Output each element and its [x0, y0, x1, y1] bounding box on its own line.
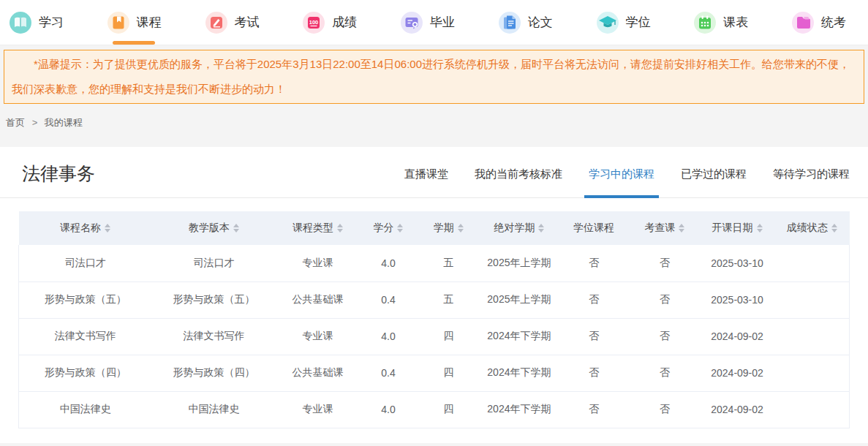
table-cell: 2024-09-02 — [700, 391, 774, 428]
nav-label-exams: 考试 — [235, 14, 260, 31]
column-header[interactable]: 成绩状态 — [774, 211, 849, 245]
column-header[interactable]: 教学版本 — [151, 211, 276, 245]
timetable-calendar-icon — [693, 11, 717, 34]
course-tabs: 直播课堂 我的当前考核标准 学习中的课程 已学过的课程 等待学习的课程 — [404, 167, 850, 197]
table-row: 形势与政策（四）形势与政策（四）公共基础课0.4四2024年下学期否否2024-… — [19, 355, 850, 391]
score-100-icon: 100 — [302, 11, 325, 34]
table-cell: 4.0 — [359, 245, 418, 281]
top-navigation: 学习 课程 考试 100 成绩 — [0, 0, 868, 45]
table-cell: 专业课 — [276, 391, 360, 428]
breadcrumb: 首页 > 我的课程 — [0, 104, 868, 147]
table-cell: 2025年上学期 — [480, 245, 559, 281]
column-header-label: 教学版本 — [189, 222, 230, 235]
degree-cap-icon — [596, 11, 619, 34]
page-title: 法律事务 — [22, 162, 95, 186]
table-cell: 专业课 — [276, 245, 360, 281]
nav-item-exams[interactable]: 考试 — [205, 0, 260, 45]
column-header[interactable]: 学分 — [359, 211, 418, 245]
table-cell — [774, 245, 849, 281]
exam-pencil-icon — [205, 11, 228, 34]
nav-item-unified-exam[interactable]: 统考 — [791, 0, 846, 45]
table-cell: 2025-03-10 — [700, 245, 774, 281]
table-cell: 法律文书写作 — [19, 318, 152, 355]
nav-item-graduation[interactable]: 毕业 — [400, 0, 455, 45]
sort-caret-icon[interactable] — [397, 224, 403, 233]
svg-text:100: 100 — [309, 18, 319, 25]
column-header[interactable]: 学期 — [418, 211, 480, 245]
sort-caret-icon[interactable] — [679, 224, 684, 233]
table-cell — [774, 318, 849, 355]
table-cell: 中国法律史 — [19, 391, 152, 428]
table-cell: 4.0 — [359, 391, 418, 428]
table-cell: 否 — [559, 318, 630, 355]
nav-item-grades[interactable]: 100 成绩 — [302, 0, 357, 45]
table-cell: 否 — [559, 245, 630, 281]
table-cell: 2024年下学期 — [480, 391, 559, 428]
nav-item-courses[interactable]: 课程 — [107, 0, 162, 45]
column-header-label: 学期 — [434, 222, 454, 235]
tab-live-classroom[interactable]: 直播课堂 — [404, 167, 448, 197]
nav-label-graduation: 毕业 — [430, 14, 455, 31]
sort-caret-icon[interactable] — [831, 224, 837, 233]
sort-caret-icon[interactable] — [105, 224, 110, 233]
column-header-label: 学分 — [373, 222, 393, 235]
sort-caret-icon[interactable] — [233, 224, 239, 233]
table-cell: 司法口才 — [151, 245, 276, 281]
nav-item-study[interactable]: 学习 — [9, 0, 64, 45]
thesis-document-icon — [498, 11, 521, 34]
maintenance-notice-banner: *温馨提示：为了提供更优质的服务，平台将于2025年3月13日22:00至14日… — [4, 50, 864, 104]
column-header[interactable]: 绝对学期 — [480, 211, 559, 245]
graduation-badge-icon — [400, 11, 423, 34]
column-header[interactable]: 考查课 — [629, 211, 700, 245]
tab-assessment-standard[interactable]: 我的当前考核标准 — [475, 167, 562, 197]
nav-label-timetable: 课表 — [723, 14, 748, 31]
nav-item-thesis[interactable]: 论文 — [498, 0, 553, 45]
table-cell: 公共基础课 — [276, 355, 360, 391]
column-header-label: 考查课 — [644, 222, 675, 235]
nav-item-timetable[interactable]: 课表 — [693, 0, 748, 45]
column-header-label: 学位课程 — [573, 222, 614, 235]
table-cell: 2024-09-02 — [700, 318, 774, 355]
tab-completed-courses[interactable]: 已学过的课程 — [681, 167, 747, 197]
column-header[interactable]: 开课日期 — [700, 211, 774, 245]
table-cell: 五 — [418, 281, 480, 318]
sort-caret-icon[interactable] — [538, 224, 544, 233]
nav-label-courses: 课程 — [137, 14, 162, 31]
table-cell: 2024-09-02 — [700, 355, 774, 391]
column-header[interactable]: 课程名称 — [19, 211, 152, 245]
table-cell: 形势与政策（五） — [19, 281, 152, 318]
table-body: 司法口才司法口才专业课4.0五2025年上学期否否2025-03-10形势与政策… — [19, 245, 850, 428]
table-cell: 否 — [629, 281, 700, 318]
unified-exam-folder-icon — [791, 11, 815, 34]
table-cell: 否 — [629, 391, 700, 428]
table-cell: 2024年下学期 — [480, 318, 559, 355]
column-header-label: 课程类型 — [293, 222, 333, 235]
table-row: 司法口才司法口才专业课4.0五2025年上学期否否2025-03-10 — [19, 245, 850, 281]
table-cell: 公共基础课 — [276, 281, 360, 318]
table-cell — [774, 355, 849, 391]
table-cell — [774, 281, 849, 318]
sort-caret-icon[interactable] — [337, 224, 343, 233]
table-cell: 中国法律史 — [151, 391, 276, 428]
nav-item-degree[interactable]: 学位 — [596, 0, 651, 45]
sort-caret-icon[interactable] — [458, 224, 464, 233]
nav-label-unified-exam: 统考 — [821, 14, 846, 31]
sort-caret-icon[interactable] — [757, 224, 763, 233]
tab-pending-courses[interactable]: 等待学习的课程 — [773, 167, 850, 197]
column-header: 学位课程 — [559, 211, 630, 245]
column-header[interactable]: 课程类型 — [276, 211, 360, 245]
course-table: 课程名称教学版本课程类型学分学期绝对学期学位课程考查课开课日期成绩状态 司法口才… — [18, 211, 850, 428]
table-cell: 五 — [418, 245, 480, 281]
tab-courses-in-progress[interactable]: 学习中的课程 — [589, 167, 654, 197]
table-cell: 司法口才 — [19, 245, 152, 281]
column-header-label: 成绩状态 — [787, 222, 828, 235]
table-cell: 4.0 — [359, 318, 418, 355]
breadcrumb-home-link[interactable]: 首页 — [6, 117, 25, 128]
table-cell: 形势与政策（四） — [151, 355, 276, 391]
table-cell: 否 — [629, 318, 700, 355]
table-cell: 否 — [629, 355, 700, 391]
table-cell: 形势与政策（四） — [19, 355, 152, 391]
course-table-wrapper: 课程名称教学版本课程类型学分学期绝对学期学位课程考查课开课日期成绩状态 司法口才… — [0, 198, 868, 428]
table-header-row: 课程名称教学版本课程类型学分学期绝对学期学位课程考查课开课日期成绩状态 — [19, 211, 850, 245]
table-row: 形势与政策（五）形势与政策（五）公共基础课0.4五2025年上学期否否2025-… — [19, 281, 850, 318]
